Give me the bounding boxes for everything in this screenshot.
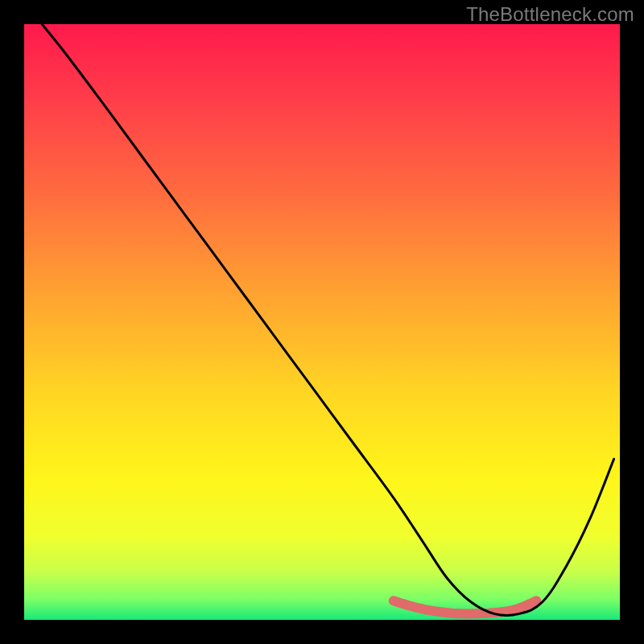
gradient-background xyxy=(24,24,620,620)
chart-frame: TheBottleneck.com xyxy=(0,0,644,644)
chart-area xyxy=(24,24,620,620)
watermark-text: TheBottleneck.com xyxy=(466,3,634,26)
chart-svg xyxy=(24,24,620,620)
